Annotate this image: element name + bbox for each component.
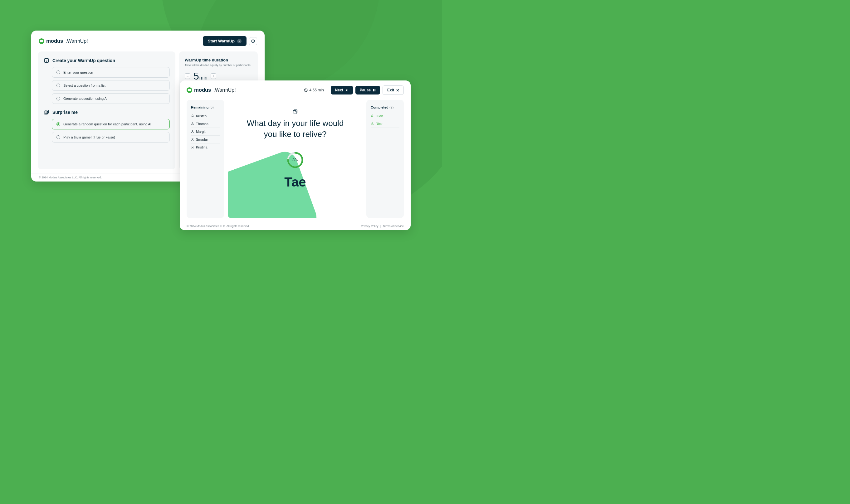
remaining-person: Kristen [191, 112, 220, 120]
privacy-link[interactable]: Privacy Policy [361, 224, 378, 228]
logo-text: modus [46, 38, 63, 44]
surprise-stack-icon: ? [44, 109, 49, 115]
option-select-from-list[interactable]: Select a question from a list [52, 80, 170, 91]
start-warmup-label: Start WarmUp [208, 39, 235, 43]
remaining-column: Remaining (5) Kristen Thomas Margit Smad… [187, 100, 224, 218]
svg-point-31 [372, 123, 373, 124]
person-icon [371, 114, 374, 118]
svg-text:?: ? [46, 59, 48, 62]
svg-rect-17 [348, 89, 348, 91]
svg-point-21 [192, 123, 193, 124]
svg-rect-13 [188, 89, 189, 91]
completed-title: Completed (2) [371, 105, 400, 109]
create-section-title: Create your WarmUp question [52, 58, 115, 63]
current-participant-name: Tae [284, 175, 306, 190]
svg-text:?: ? [252, 40, 254, 42]
option-enter-question[interactable]: Enter your question [52, 67, 170, 78]
remaining-title: Remaining (5) [191, 105, 220, 109]
person-icon [191, 114, 194, 118]
svg-point-24 [192, 146, 193, 147]
completed-person: Rick [371, 120, 400, 128]
header: modus .WarmUp! 4:55 min Next Pause Exit [180, 80, 411, 100]
copyright: © 2024 Modus Associates LLC. All rights … [187, 224, 250, 228]
logo: modus .WarmUp! [39, 38, 88, 44]
svg-point-22 [192, 130, 193, 132]
decrease-duration-button[interactable]: − [185, 73, 190, 79]
question-setup-panel: ? Create your WarmUp question Enter your… [38, 52, 175, 169]
close-icon [396, 89, 399, 92]
person-icon [191, 130, 194, 133]
start-warmup-button[interactable]: Start WarmUp [203, 36, 247, 46]
completed-column: Completed (2) Juan Rick [366, 100, 404, 218]
terms-link[interactable]: Terms of Service [383, 224, 404, 228]
svg-point-30 [372, 115, 373, 116]
radio-icon [56, 71, 60, 74]
remaining-person: Kristina [191, 143, 220, 151]
clock-icon [304, 88, 308, 92]
radio-icon [56, 122, 60, 126]
time-remaining: 4:55 min [304, 88, 324, 92]
logo-text: modus [194, 87, 211, 93]
question-text: What day in your life would you like to … [240, 118, 350, 140]
person-icon [371, 122, 374, 125]
countdown-timer: 80s [287, 151, 304, 168]
product-name: .WarmUp! [66, 38, 88, 44]
radio-icon [56, 84, 60, 87]
person-icon [191, 138, 194, 141]
option-generate-ai[interactable]: Generate a question using AI [52, 93, 170, 104]
exit-button[interactable]: Exit [383, 86, 404, 95]
copyright: © 2024 Modus Associates LLC. All rights … [39, 176, 102, 179]
completed-person: Juan [371, 112, 400, 120]
duration-title: WarmUp time duration [185, 58, 252, 62]
svg-rect-0 [40, 40, 41, 42]
svg-rect-15 [190, 89, 191, 91]
help-button[interactable]: ? [249, 37, 257, 45]
pause-icon [373, 89, 376, 92]
svg-rect-19 [374, 89, 375, 91]
session-card: modus .WarmUp! 4:55 min Next Pause Exit … [180, 80, 411, 230]
svg-point-20 [192, 115, 193, 116]
increase-duration-button[interactable]: + [211, 73, 216, 79]
option-random-per-participant[interactable]: Generate a random question for each part… [52, 119, 170, 129]
radio-icon [56, 97, 60, 101]
svg-text:?: ? [46, 110, 48, 113]
person-icon [191, 122, 194, 125]
logo-icon [39, 38, 44, 44]
svg-rect-18 [373, 89, 374, 91]
product-name: .WarmUp! [213, 87, 235, 93]
arrow-circle-icon [237, 39, 242, 43]
next-button[interactable]: Next [331, 86, 353, 94]
svg-rect-2 [42, 40, 43, 42]
svg-text:?: ? [295, 110, 296, 113]
duration-value: 5min [193, 71, 208, 81]
surprise-section-title: Surprise me [52, 110, 78, 115]
radio-icon [56, 136, 60, 139]
svg-point-23 [192, 138, 193, 139]
option-trivia-game[interactable]: Play a trivia game! (True or False) [52, 132, 170, 143]
remaining-person: Thomas [191, 120, 220, 128]
decorative-swoosh [228, 148, 320, 218]
logo-icon [187, 87, 192, 93]
svg-rect-1 [41, 40, 42, 42]
logo: modus .WarmUp! [187, 87, 236, 93]
question-card-icon: ? [44, 58, 49, 63]
skip-next-icon [346, 89, 349, 92]
duration-hint: Time will be divided equaly by number of… [185, 64, 252, 67]
remaining-person: Smadar [191, 136, 220, 143]
help-icon: ? [251, 39, 255, 43]
question-panel: ? What day in your life would you like t… [228, 100, 362, 218]
person-icon [191, 146, 194, 149]
footer: © 2024 Modus Associates LLC. All rights … [180, 222, 411, 230]
remaining-person: Margit [191, 128, 220, 136]
question-stack-icon: ? [293, 109, 298, 115]
pause-button[interactable]: Pause [355, 86, 380, 94]
header: modus .WarmUp! Start WarmUp ? [31, 31, 265, 52]
svg-rect-14 [189, 89, 190, 91]
